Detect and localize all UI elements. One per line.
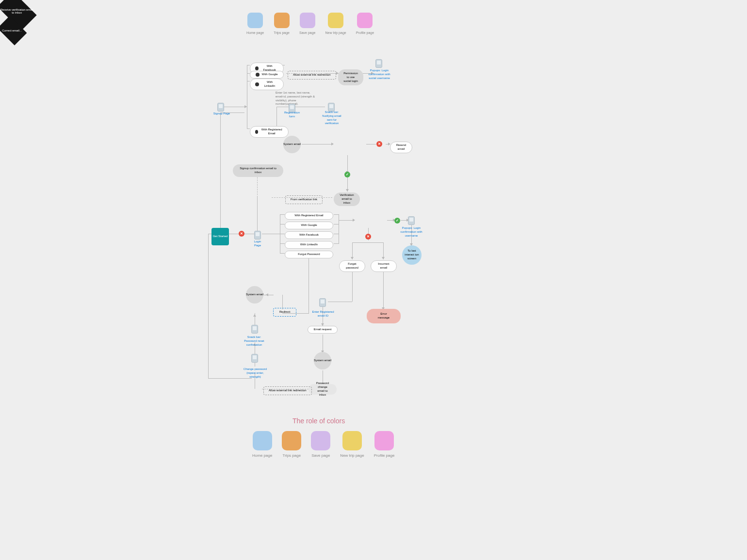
swatch-save bbox=[300, 13, 315, 28]
error-icon: ✕ bbox=[365, 234, 371, 240]
swatch-trips bbox=[282, 431, 301, 450]
legend-item: New trip page bbox=[340, 431, 364, 458]
legend-label: Save page bbox=[311, 453, 330, 458]
connector bbox=[280, 253, 285, 254]
connector bbox=[323, 335, 323, 352]
label: To last interact ion screen bbox=[404, 249, 420, 260]
label: Email request bbox=[314, 328, 332, 332]
system-email-circle: System email bbox=[314, 352, 331, 369]
label: Allow external link redirection bbox=[269, 389, 307, 393]
login-google-pill: With Google bbox=[285, 222, 333, 229]
connector bbox=[334, 214, 339, 215]
system-email-circle: System email bbox=[246, 286, 263, 304]
connector bbox=[280, 243, 285, 244]
screen-icon bbox=[254, 231, 261, 240]
change-password-label: Change password (repeat enter, strength) bbox=[241, 368, 270, 379]
success-icon: ✓ bbox=[344, 172, 350, 177]
label: Password change email to inbox bbox=[314, 382, 331, 397]
connector bbox=[208, 234, 209, 378]
error-message-pill: Error message bbox=[367, 309, 401, 323]
legend-label: Home page bbox=[252, 453, 272, 458]
arrow-icon bbox=[346, 189, 349, 192]
connector bbox=[366, 144, 376, 144]
arrow-icon bbox=[351, 257, 354, 259]
label: Incorrect email bbox=[376, 262, 391, 270]
permission-social-pill: Permission to use social login bbox=[338, 69, 363, 85]
forgot-password-pill: Forgot Password bbox=[285, 251, 333, 258]
label: Resend email bbox=[395, 144, 407, 151]
swatch-newtrip bbox=[342, 431, 362, 450]
connector bbox=[328, 302, 352, 302]
password-change-pill: Password change email to inbox bbox=[309, 384, 337, 395]
swatch-trips bbox=[274, 13, 290, 28]
label: Allow external link redirection bbox=[293, 73, 331, 77]
registration-form-label: Registration form bbox=[281, 111, 303, 119]
popup-social-label: Popups: Login confirmation with social u… bbox=[368, 69, 391, 80]
signup-page-label: Signup Page bbox=[212, 112, 231, 116]
with-registered-email-pill: With Registered Email bbox=[250, 126, 289, 138]
legend-label: New trip page bbox=[340, 453, 364, 458]
connector bbox=[264, 295, 274, 295]
label: Redirect bbox=[279, 310, 290, 314]
login-page-label: Login Page bbox=[250, 240, 265, 248]
to-last-screen-circle: To last interact ion screen bbox=[402, 245, 422, 265]
swatch-profile bbox=[374, 431, 394, 450]
legend-item: Profile page bbox=[356, 13, 374, 34]
legend-label: Save page bbox=[299, 31, 315, 34]
error-icon: ✕ bbox=[239, 231, 244, 237]
with-linkedin-pill: With LinkedIn bbox=[250, 79, 284, 90]
error-icon: ✕ bbox=[376, 141, 382, 147]
legend-item: New trip page bbox=[325, 13, 346, 34]
legend-item: Save page bbox=[311, 431, 330, 458]
legend-label: Trips page bbox=[274, 31, 290, 34]
label: With Registered Email bbox=[260, 128, 283, 136]
login-facebook-pill: With Facebook bbox=[285, 231, 333, 239]
redirect-box: Redirect bbox=[273, 308, 296, 317]
swatch-home bbox=[253, 431, 272, 450]
connector bbox=[302, 144, 333, 144]
connector bbox=[280, 234, 285, 234]
label: With LinkedIn bbox=[261, 80, 278, 88]
enter-registered-label: Enter Registered email ID bbox=[309, 310, 337, 318]
legend-item: Trips page bbox=[282, 431, 301, 458]
label: With Google bbox=[301, 224, 317, 227]
color-legend-bottom: Home page Trips page Save page New trip … bbox=[252, 431, 394, 458]
snack-reset-label: Snack bar: Password reset confirmation bbox=[243, 336, 266, 347]
screen-icon bbox=[408, 216, 415, 225]
popup-login-label: Popups: Login confirmation with username bbox=[400, 226, 423, 238]
label: With LinkedIn bbox=[300, 243, 318, 247]
connector bbox=[247, 128, 250, 129]
arrow-icon bbox=[253, 314, 256, 317]
color-legend-top: Home page Trips page Save page New trip … bbox=[246, 13, 374, 34]
connector bbox=[334, 224, 339, 224]
label: Signup confirmation email to inbox bbox=[239, 167, 277, 175]
label: Receive verification email to inbox bbox=[0, 8, 34, 14]
facebook-icon bbox=[255, 66, 259, 70]
legend-label: Profile page bbox=[356, 31, 374, 34]
label: System email bbox=[283, 143, 301, 146]
swatch-newtrip bbox=[328, 13, 343, 28]
connector bbox=[339, 220, 353, 221]
label: Correct email… bbox=[0, 29, 24, 32]
connector bbox=[220, 112, 221, 234]
legend-item: Home page bbox=[252, 431, 272, 458]
label: With Facebook bbox=[299, 233, 319, 237]
with-google-pill: With Google bbox=[250, 71, 284, 79]
legend-label: New trip page bbox=[325, 31, 346, 34]
screen-icon bbox=[375, 59, 382, 68]
connector bbox=[247, 65, 247, 129]
connector bbox=[334, 243, 339, 244]
label: With Registered Email bbox=[294, 214, 323, 218]
allow-external-link-box: Allow external link redirection bbox=[288, 71, 336, 80]
connector bbox=[334, 234, 339, 234]
connector bbox=[309, 305, 309, 314]
connector bbox=[262, 234, 280, 234]
label: Forgot Password bbox=[298, 253, 320, 256]
label: Forget password bbox=[344, 262, 360, 270]
label: With Google bbox=[261, 73, 277, 77]
login-registered-pill: With Registered Email bbox=[285, 212, 333, 220]
resend-email-pill: Resend email bbox=[390, 142, 412, 153]
connector bbox=[352, 242, 383, 243]
connector bbox=[276, 107, 325, 107]
arrow-icon bbox=[382, 257, 385, 259]
